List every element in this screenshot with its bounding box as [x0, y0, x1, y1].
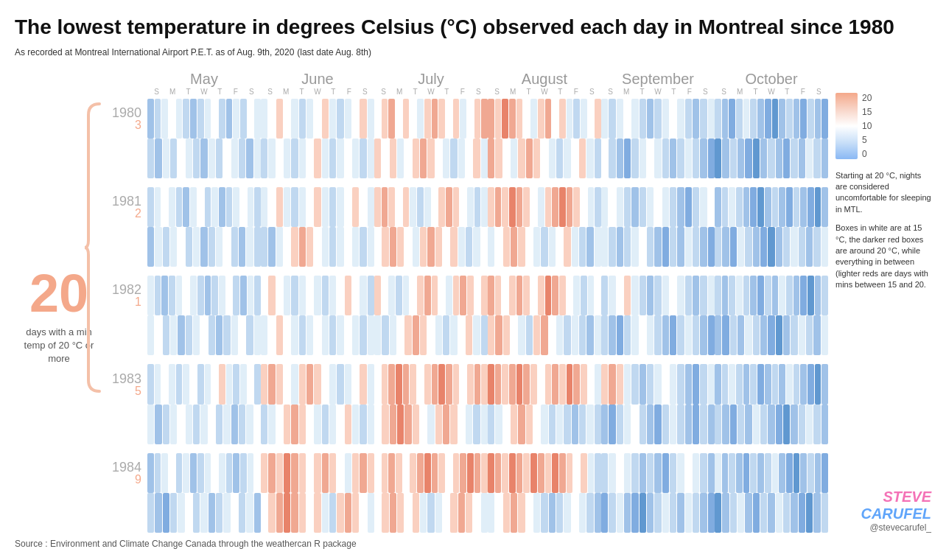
cell-1981-m3-d20 — [518, 227, 525, 267]
year-gap-0 — [103, 181, 828, 184]
cell-1980-m1-d4 — [291, 99, 298, 139]
cell-1983-m3-d13 — [581, 364, 587, 404]
cell-1982-m5-d12 — [800, 276, 807, 315]
cell-1982-m0-d13 — [240, 276, 247, 315]
cell-1983-m2-d14 — [474, 364, 481, 404]
cell-1981-m1-d15 — [261, 227, 267, 267]
cell-1981-m0-d5 — [183, 187, 189, 227]
cell-1983-m5-d25 — [783, 405, 790, 444]
cell-1980-m0-d2 — [161, 99, 168, 139]
cell-1982-m4-d28 — [700, 315, 707, 355]
cell-1981-m2-d20 — [404, 227, 411, 267]
cell-1981-m5-d20 — [745, 227, 751, 267]
cell-1983-m1-d4 — [291, 364, 298, 404]
cell-1983-m3-d4 — [516, 364, 523, 404]
cell-1984-m5-d1 — [722, 453, 729, 493]
cell-1984-m0-d12 — [233, 453, 239, 493]
cell-1982-m0-d22 — [193, 315, 200, 355]
cell-1981-m4-d4 — [631, 187, 638, 227]
cell-1981-m3-d4 — [516, 187, 523, 227]
cell-1984-m4-d13 — [700, 453, 707, 493]
cell-1980-m5-d26 — [791, 139, 797, 178]
cell-1982-m1-d18 — [284, 315, 290, 355]
cell-1980-m2-d23 — [427, 139, 434, 178]
cell-1982-m4-d6 — [647, 276, 654, 315]
cell-1984-m2-d16 — [374, 493, 381, 533]
cell-1983-m4-d15 — [601, 405, 608, 444]
cell-1980-m1-d12 — [352, 99, 359, 139]
cell-1981-m2-d26 — [450, 227, 457, 267]
cell-1982-m5-d29 — [813, 315, 820, 355]
cell-1980-m4-d10 — [677, 99, 684, 139]
cell-1984-m1-d13 — [360, 453, 366, 493]
cell-1983-m0-d29 — [246, 405, 253, 444]
cell-1981-m0-d30 — [254, 227, 261, 267]
cell-1984-m3-d28 — [579, 493, 586, 533]
month-group-1981-0-r1 — [147, 187, 261, 227]
day-col-july: SMTWTFS — [374, 88, 488, 96]
cell-1980-m1-d24 — [329, 139, 336, 178]
cell-1981-m5-d13 — [807, 187, 814, 227]
cell-1982-m3-d20 — [518, 315, 525, 355]
cell-1981-m1-d4 — [291, 187, 298, 227]
cell-1980-m2-d3 — [396, 99, 402, 139]
cell-1984-m1-d14 — [368, 453, 374, 493]
month-group-1981-0-r2 — [147, 227, 261, 267]
cell-1984-m5-d23 — [768, 493, 774, 533]
cell-1982-m5-d13 — [807, 276, 814, 315]
cell-1981-m1-d5 — [299, 187, 306, 227]
cell-1982-m1-d0 — [261, 276, 267, 315]
cell-1984-m4-d19 — [631, 493, 638, 533]
cell-1980-m1-d13 — [360, 99, 366, 139]
cell-1984-m4-d9 — [670, 453, 676, 493]
cell-1980-m4-d22 — [654, 139, 661, 178]
cell-1983-m5-d23 — [768, 405, 774, 444]
cell-1983-m2-d5 — [410, 364, 416, 404]
cell-1981-m0-d11 — [226, 187, 233, 227]
month-group-1981-2-r2 — [374, 227, 488, 267]
cell-1982-m1-d23 — [322, 315, 329, 355]
cell-1983-m1-d12 — [352, 364, 359, 404]
month-group-1982-3-r2 — [488, 315, 601, 355]
cell-1981-m2-d16 — [374, 227, 381, 267]
cell-1983-m0-d2 — [161, 364, 168, 404]
cell-1981-m2-d30 — [481, 227, 488, 267]
cell-1981-m3-d5 — [523, 187, 530, 227]
cell-1982-m3-d26 — [564, 315, 570, 355]
cell-1984-m0-d18 — [163, 493, 169, 533]
logo-steve: STEVE — [835, 489, 931, 505]
cell-1982-m1-d21 — [306, 315, 313, 355]
month-group-1982-3-r1 — [488, 276, 601, 315]
year-block-1981: 19812 — [103, 187, 828, 267]
cell-1983-m2-d23 — [427, 405, 434, 444]
cell-1983-m5-d2 — [729, 364, 735, 404]
cell-1982-m1-d13 — [360, 276, 366, 315]
cell-1984-m2-d2 — [388, 453, 395, 493]
cell-1980-m1-d15 — [261, 139, 267, 178]
cell-1981-m2-d19 — [397, 227, 404, 267]
cell-1980-m0-d7 — [197, 99, 204, 139]
cell-1981-m1-d28 — [360, 227, 366, 267]
cell-1981-m4-d29 — [708, 227, 715, 267]
cell-1982-m0-d23 — [200, 315, 207, 355]
cell-1984-m2-d8 — [432, 453, 438, 493]
cell-1984-m0-d4 — [176, 453, 183, 493]
cell-1980-m2-d4 — [403, 99, 410, 139]
cell-1981-m2-d29 — [473, 227, 480, 267]
cell-1982-m2-d5 — [410, 276, 416, 315]
cell-1983-m1-d1 — [268, 364, 275, 404]
month-group-1980-2-r1 — [374, 99, 488, 139]
cell-1984-m5-d7 — [765, 453, 771, 493]
cell-1982-m1-d12 — [352, 276, 359, 315]
cell-1983-m2-d24 — [435, 405, 442, 444]
cell-1981-m1-d14 — [368, 187, 374, 227]
cell-1984-m2-d28 — [466, 493, 472, 533]
year-row-1982-r1: 19821 — [103, 276, 828, 315]
cell-1984-m3-d19 — [511, 493, 517, 533]
cell-1980-m3-d18 — [503, 139, 510, 178]
cell-1980-m0-d0 — [147, 99, 154, 139]
cell-1984-m3-d9 — [552, 453, 558, 493]
cell-1980-m4-d16 — [609, 139, 615, 178]
cell-1981-m1-d22 — [314, 227, 320, 267]
cell-1981-m4-d2 — [617, 187, 623, 227]
